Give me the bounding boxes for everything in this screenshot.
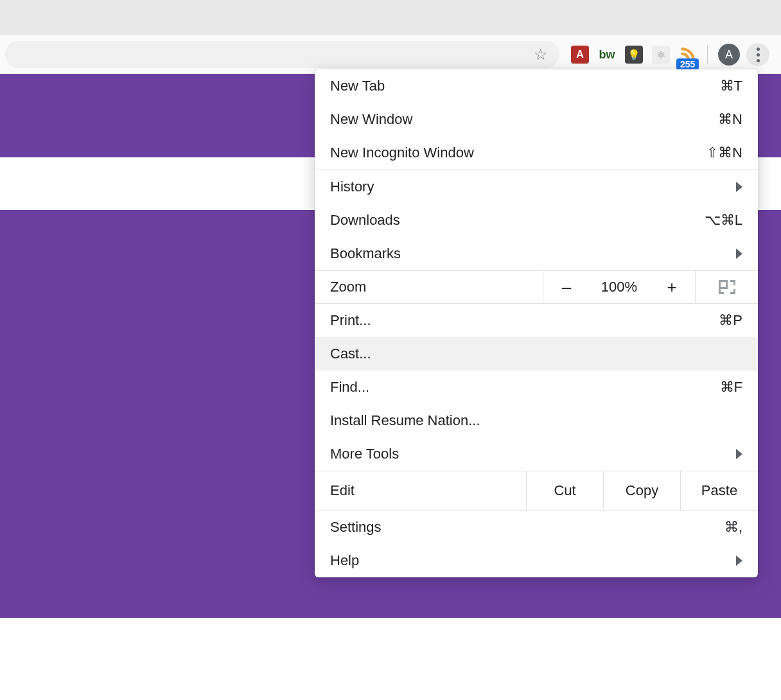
zoom-in-button[interactable]: +: [649, 271, 695, 303]
zoom-out-button[interactable]: –: [543, 271, 590, 303]
menu-cast[interactable]: Cast...: [315, 337, 758, 371]
menu-help[interactable]: Help: [315, 544, 758, 577]
menu-label: More Tools: [330, 446, 399, 462]
menu-find[interactable]: Find... ⌘F: [315, 371, 758, 404]
fullscreen-button[interactable]: [695, 271, 758, 303]
extension-icon-1[interactable]: A: [571, 46, 589, 64]
browser-tab-strip: [0, 0, 781, 35]
browser-toolbar: ☆ A bw 💡 ⚛ 255 A: [0, 35, 781, 74]
menu-new-window[interactable]: New Window ⌘N: [315, 103, 758, 136]
menu-label: Help: [330, 552, 359, 569]
menu-shortcut: ⌘F: [720, 379, 742, 396]
menu-label: New Incognito Window: [330, 144, 474, 161]
extension-icon-atom[interactable]: ⚛: [652, 46, 670, 64]
rss-badge-count: 255: [676, 58, 699, 70]
chevron-right-icon: [736, 556, 742, 566]
menu-new-tab[interactable]: New Tab ⌘T: [315, 69, 758, 103]
menu-label: History: [330, 179, 374, 195]
menu-label: Find...: [330, 379, 369, 396]
avatar-initial: A: [725, 48, 733, 62]
chevron-right-icon: [736, 249, 742, 259]
menu-install-app[interactable]: Install Resume Nation...: [315, 404, 758, 437]
zoom-label: Zoom: [330, 279, 366, 295]
menu-settings[interactable]: Settings ⌘,: [315, 511, 758, 544]
menu-label: New Window: [330, 111, 412, 128]
menu-label: New Tab: [330, 78, 385, 94]
menu-shortcut: ⇧⌘N: [706, 144, 742, 161]
extension-icon-bw[interactable]: bw: [598, 46, 616, 64]
toolbar-divider: [707, 46, 708, 64]
menu-history[interactable]: History: [315, 170, 758, 204]
menu-shortcut: ⌥⌘L: [705, 212, 742, 229]
menu-zoom: Zoom – 100% +: [315, 271, 758, 303]
chevron-right-icon: [736, 182, 742, 192]
menu-label: Cast...: [330, 346, 371, 362]
menu-more-tools[interactable]: More Tools: [315, 437, 758, 471]
menu-shortcut: ⌘T: [720, 78, 742, 94]
edit-label: Edit: [330, 482, 355, 499]
menu-edit: Edit Cut Copy Paste: [315, 471, 758, 510]
menu-label: Bookmarks: [330, 245, 401, 262]
address-bar[interactable]: ☆: [5, 41, 559, 68]
menu-label: Install Resume Nation...: [330, 412, 480, 429]
edit-paste-button[interactable]: Paste: [681, 471, 758, 510]
menu-bookmarks[interactable]: Bookmarks: [315, 237, 758, 270]
menu-label: Settings: [330, 519, 382, 536]
bookmark-star-icon[interactable]: ☆: [534, 46, 548, 64]
menu-new-incognito[interactable]: New Incognito Window ⇧⌘N: [315, 136, 758, 170]
menu-shortcut: ⌘P: [719, 312, 742, 329]
edit-copy-button[interactable]: Copy: [604, 471, 681, 510]
zoom-level: 100%: [590, 271, 649, 303]
extension-icon-bulb[interactable]: 💡: [625, 46, 643, 64]
edit-cut-button[interactable]: Cut: [527, 471, 604, 510]
extension-icon-rss[interactable]: 255: [679, 46, 697, 64]
menu-label: Print...: [330, 312, 371, 329]
chrome-menu-button[interactable]: [746, 43, 769, 66]
menu-shortcut: ⌘N: [718, 111, 742, 128]
chrome-main-menu: New Tab ⌘T New Window ⌘N New Incognito W…: [315, 69, 758, 577]
extension-icons: A bw 💡 ⚛ 255: [571, 46, 697, 64]
vertical-dots-icon: [757, 48, 760, 62]
menu-print[interactable]: Print... ⌘P: [315, 304, 758, 337]
chevron-right-icon: [736, 449, 742, 459]
menu-downloads[interactable]: Downloads ⌥⌘L: [315, 204, 758, 237]
fullscreen-icon: [719, 280, 735, 294]
menu-label: Downloads: [330, 212, 400, 229]
profile-avatar[interactable]: A: [718, 44, 740, 66]
menu-shortcut: ⌘,: [724, 519, 742, 536]
